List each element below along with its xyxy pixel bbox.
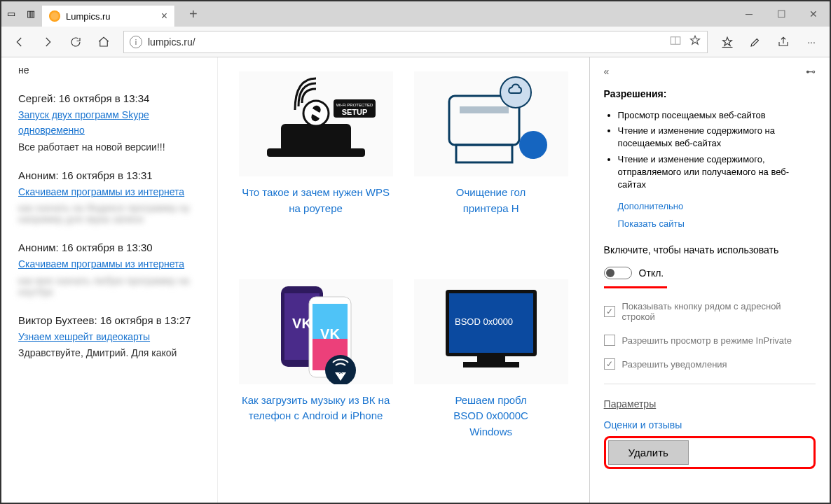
permission-item: Просмотр посещаемых веб-сайтов: [618, 109, 816, 122]
enable-label: Включите, чтобы начать использовать: [604, 244, 816, 255]
svg-rect-28: [463, 362, 519, 368]
minimize-button[interactable]: ─: [733, 1, 765, 27]
checkbox-label: Разрешить уведомления: [622, 359, 727, 370]
extension-panel: « ⊷ Разрешения: Просмотр посещаемых веб-…: [589, 57, 830, 503]
comment-item: Виктор Бухтеев: 16 октября в 13:27 Узнае…: [18, 314, 200, 358]
comment-blurred: как мне скачать любую программу на ноутб…: [18, 275, 200, 298]
toggle-state: Откл.: [639, 267, 664, 279]
home-button[interactable]: [91, 29, 116, 55]
page-content: не Сергей: 16 октября в 13:34 Запуск дву…: [1, 57, 830, 503]
delete-button[interactable]: Удалить: [608, 440, 689, 465]
article-card[interactable]: Очищение гол принтера H: [414, 71, 568, 265]
article-card[interactable]: Wi-Fi PROTECTED SETUP Что такое и зачем …: [239, 71, 393, 265]
refresh-button[interactable]: [63, 29, 88, 55]
browser-tab[interactable]: Lumpics.ru ×: [42, 6, 175, 27]
permissions-heading: Разрешения:: [604, 88, 816, 99]
svg-text:VK: VK: [292, 316, 312, 331]
show-sites-link[interactable]: Показать сайты: [618, 218, 816, 229]
comment-text: Все работает на новой версии!!!: [18, 141, 200, 153]
article-thumb: VK VK vk: [239, 279, 393, 384]
comment-item: Сергей: 16 октября в 13:34 Запуск двух п…: [18, 92, 200, 153]
enable-toggle[interactable]: [604, 267, 632, 279]
url-text: lumpics.ru/: [148, 36, 669, 48]
svg-rect-3: [281, 124, 351, 152]
site-info-icon[interactable]: i: [130, 36, 142, 48]
comment-blurred: как скачать на Яндексе программу ну напр…: [18, 202, 200, 225]
svg-rect-12: [456, 145, 512, 162]
comment-item: Аноним: 16 октября в 13:31 Скачиваем про…: [18, 169, 200, 225]
annotation-underline: [604, 286, 667, 288]
back-button[interactable]: [7, 29, 32, 55]
svg-rect-11: [460, 106, 509, 113]
svg-text:VK: VK: [320, 326, 340, 342]
checkbox-inprivate[interactable]: [604, 335, 615, 346]
article-title: Очищение гол принтера H: [456, 185, 526, 216]
permission-item: Чтение и изменение содержимого, отправля…: [618, 153, 816, 192]
svg-point-6: [303, 101, 329, 126]
annotation-highlight: Удалить: [604, 436, 816, 469]
comment-item: Аноним: 16 октября в 13:30 Скачиваем про…: [18, 241, 200, 297]
comment-link[interactable]: Запуск двух программ Skype одновременно: [18, 109, 149, 136]
checkbox-notifications[interactable]: [604, 358, 615, 370]
svg-point-14: [519, 131, 547, 159]
favorites-button[interactable]: [715, 29, 740, 55]
notes-button[interactable]: [743, 29, 768, 55]
new-tab-button[interactable]: +: [182, 6, 205, 22]
svg-rect-4: [267, 148, 365, 157]
reviews-link[interactable]: Оценки и отзывы: [604, 419, 816, 430]
comment-text: Здравствуйте, Дмитрий. Для какой: [18, 347, 200, 358]
article-thumb: BSOD 0x0000: [414, 279, 568, 384]
comment-link[interactable]: Скачиваем программы из интернета: [18, 186, 184, 197]
checkbox-label: Показывать кнопку рядом с адресной строк…: [622, 301, 816, 322]
titlebar: ▭ ▥ Lumpics.ru × + ─ ☐ ✕: [1, 1, 830, 27]
permissions-list: Просмотр посещаемых веб-сайтов Чтение и …: [604, 109, 816, 194]
comment-link[interactable]: Скачиваем программы из интернета: [18, 258, 184, 270]
address-bar[interactable]: i lumpics.ru/: [123, 31, 708, 53]
svg-text:vk: vk: [338, 370, 343, 374]
comments-sidebar: не Сергей: 16 октября в 13:34 Запуск дву…: [1, 57, 218, 503]
maximize-button[interactable]: ☐: [765, 1, 797, 27]
toolbar: i lumpics.ru/ ···: [1, 27, 830, 57]
forward-button[interactable]: [35, 29, 60, 55]
close-tab-icon[interactable]: ×: [161, 10, 167, 22]
article-card[interactable]: VK VK vk Как загрузить музыку из ВК на т…: [239, 279, 393, 489]
more-button[interactable]: ···: [799, 29, 824, 55]
article-title: Что такое и зачем нужен WPS на роутере: [239, 185, 393, 216]
truncated-text: не: [18, 64, 200, 76]
article-title: Как загрузить музыку из ВК на телефон с …: [239, 393, 393, 424]
articles-grid: Wi-Fi PROTECTED SETUP Что такое и зачем …: [218, 57, 589, 503]
tab-title: Lumpics.ru: [66, 11, 156, 22]
tabs-list-icon[interactable]: ▥: [27, 8, 35, 20]
bsod-overlay-text: BSOD 0x0000: [455, 316, 513, 327]
panel-back-icon[interactable]: «: [604, 66, 610, 77]
more-link[interactable]: Дополнительно: [618, 201, 816, 211]
checkbox-address-button[interactable]: [604, 306, 615, 317]
pin-icon[interactable]: ⊷: [806, 66, 816, 77]
checkbox-label: Разрешить просмотр в режиме InPrivate: [622, 335, 792, 346]
separator: [604, 384, 816, 384]
favicon-icon: [49, 10, 60, 22]
permission-item: Чтение и изменение содержимого на посеща…: [618, 125, 816, 150]
svg-text:SETUP: SETUP: [341, 108, 367, 116]
article-thumb: Wi-Fi PROTECTED SETUP: [239, 71, 393, 176]
article-title: Решаем пробл BSOD 0x0000C Windows: [453, 393, 528, 440]
comment-link[interactable]: Узнаем хешрейт видеокарты: [18, 331, 150, 342]
svg-rect-27: [477, 356, 505, 362]
close-window-button[interactable]: ✕: [797, 1, 830, 27]
share-button[interactable]: [771, 29, 796, 55]
article-thumb: [414, 71, 568, 176]
favorite-star-icon[interactable]: [689, 34, 701, 49]
tabs-aside-icon[interactable]: ▭: [7, 8, 15, 20]
article-card[interactable]: BSOD 0x0000 Решаем пробл BSOD 0x0000C Wi…: [414, 279, 568, 489]
svg-text:Wi-Fi PROTECTED: Wi-Fi PROTECTED: [336, 103, 373, 107]
reading-view-icon[interactable]: [669, 34, 682, 49]
parameters-link[interactable]: Параметры: [604, 398, 816, 410]
